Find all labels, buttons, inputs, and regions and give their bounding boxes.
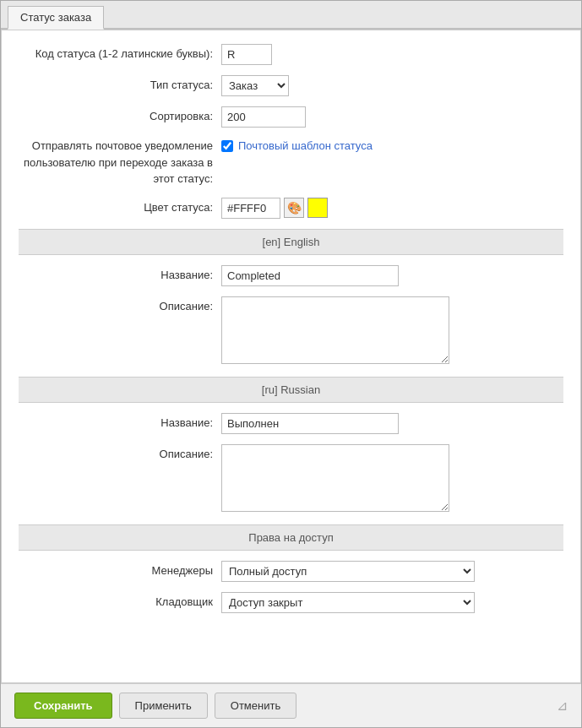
tab-order-status[interactable]: Статус заказа	[8, 6, 104, 30]
cancel-button[interactable]: Отменить	[215, 693, 296, 719]
status-code-control	[221, 44, 563, 65]
color-picker-button[interactable]: 🎨	[284, 198, 304, 218]
managers-select[interactable]: Полный доступ Только просмотр Доступ зак…	[221, 561, 475, 582]
save-button[interactable]: Сохранить	[14, 693, 112, 719]
en-desc-row: Описание:	[19, 296, 563, 367]
status-type-row: Тип статуса: Заказ Другой	[19, 75, 563, 96]
content-area: Код статуса (1-2 латинские буквы): Тип с…	[1, 30, 581, 683]
managers-control: Полный доступ Только просмотр Доступ зак…	[221, 561, 563, 582]
status-code-row: Код статуса (1-2 латинские буквы):	[19, 44, 563, 65]
section-access-header: Права на доступ	[19, 524, 563, 551]
ru-desc-control	[221, 444, 563, 514]
color-row: Цвет статуса: 🎨	[19, 198, 563, 219]
ru-name-row: Название:	[19, 413, 563, 434]
warehouse-row: Кладовщик Полный доступ Только просмотр …	[19, 592, 563, 613]
section-en-header: [en] English	[19, 229, 563, 255]
warehouse-select[interactable]: Полный доступ Только просмотр Доступ зак…	[221, 592, 475, 613]
en-desc-label: Описание:	[19, 296, 221, 312]
color-label: Цвет статуса:	[19, 200, 221, 215]
email-notify-checkbox[interactable]	[221, 140, 233, 152]
status-type-control: Заказ Другой	[221, 75, 563, 96]
status-code-input[interactable]	[221, 44, 272, 65]
color-input-group: 🎨	[221, 198, 563, 219]
en-name-input[interactable]	[221, 265, 399, 286]
status-type-select[interactable]: Заказ Другой	[221, 75, 289, 96]
email-notify-label: Отправлять почтовое уведомление пользова…	[19, 138, 221, 187]
sort-control	[221, 106, 563, 128]
email-notify-row: Отправлять почтовое уведомление пользова…	[19, 138, 563, 187]
resize-handle[interactable]: ⊿	[557, 698, 568, 714]
warehouse-label: Кладовщик	[19, 595, 221, 610]
section-ru-header: [ru] Russian	[19, 377, 563, 403]
warehouse-control: Полный доступ Только просмотр Доступ зак…	[221, 592, 563, 613]
tab-bar: Статус заказа	[1, 1, 581, 30]
ru-desc-row: Описание:	[19, 444, 563, 514]
ru-desc-label: Описание:	[19, 444, 221, 460]
color-hex-input[interactable]	[221, 198, 280, 219]
managers-row: Менеджеры Полный доступ Только просмотр …	[19, 561, 563, 582]
managers-label: Менеджеры	[19, 563, 221, 579]
status-code-label: Код статуса (1-2 латинские буквы):	[19, 46, 221, 62]
ru-desc-textarea[interactable]	[221, 444, 449, 512]
en-name-label: Название:	[19, 268, 221, 283]
ru-name-input[interactable]	[221, 413, 399, 434]
sort-label: Сортировка:	[19, 109, 221, 124]
en-desc-control	[221, 296, 563, 367]
email-template-link[interactable]: Почтовый шаблон статуса	[238, 139, 373, 152]
ru-name-control	[221, 413, 563, 434]
sort-input[interactable]	[221, 106, 306, 128]
ru-name-label: Название:	[19, 416, 221, 431]
color-swatch	[307, 198, 328, 218]
apply-button[interactable]: Применить	[119, 693, 208, 719]
email-notify-content: Почтовый шаблон статуса	[221, 138, 373, 152]
en-name-row: Название:	[19, 265, 563, 286]
status-type-label: Тип статуса:	[19, 78, 221, 93]
color-control: 🎨	[221, 198, 563, 219]
sort-row: Сортировка:	[19, 106, 563, 128]
en-name-control	[221, 265, 563, 286]
footer-bar: Сохранить Применить Отменить ⊿	[1, 683, 581, 727]
en-desc-textarea[interactable]	[221, 296, 449, 364]
